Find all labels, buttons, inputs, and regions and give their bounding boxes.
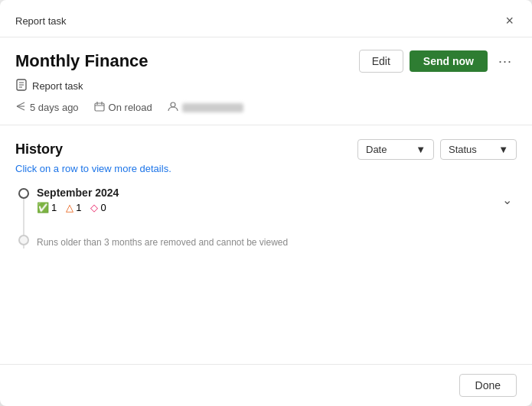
status-filter[interactable]: Status ▼ xyxy=(440,139,517,160)
old-runs-text: Runs older than 3 months are removed and… xyxy=(37,237,288,248)
modal-footer: Done xyxy=(0,364,532,406)
modal-title: Report task xyxy=(15,15,66,27)
edit-button[interactable]: Edit xyxy=(359,50,403,73)
task-type-row: Report task xyxy=(15,79,517,93)
task-name-row: Monthly Finance Edit Send now ··· xyxy=(15,50,517,73)
history-top: History Date ▼ Status ▼ xyxy=(15,139,517,160)
warning-icon: △ xyxy=(66,202,73,213)
task-actions: Edit Send now ··· xyxy=(359,50,517,73)
success-stat: ✅ 1 xyxy=(37,202,57,213)
entry-header: September 2024 ✅ 1 △ 1 xyxy=(37,187,517,213)
trigger-meta: On reload xyxy=(94,101,152,114)
task-meta-row: 5 days ago On reload xyxy=(15,101,517,114)
svg-point-11 xyxy=(171,102,175,107)
task-type-label: Report task xyxy=(32,80,83,92)
entry-expand-button[interactable]: ⌄ xyxy=(498,191,517,209)
history-filters: Date ▼ Status ▼ xyxy=(357,139,517,160)
success-icon: ✅ xyxy=(37,202,49,213)
skip-stat: ◇ 0 xyxy=(90,202,106,213)
more-options-button[interactable]: ··· xyxy=(494,50,517,73)
user-avatar-blur xyxy=(182,103,243,112)
warning-stat: △ 1 xyxy=(66,202,81,213)
report-task-modal: Report task × Monthly Finance Edit Send … xyxy=(0,0,532,406)
sent-ago-meta: 5 days ago xyxy=(15,101,79,114)
send-icon xyxy=(15,101,26,114)
entry-month: September 2024 xyxy=(37,187,119,199)
status-filter-chevron: ▼ xyxy=(498,144,508,155)
history-title: History xyxy=(15,141,63,158)
send-now-button[interactable]: Send now xyxy=(410,50,488,72)
history-timeline: September 2024 ✅ 1 △ 1 xyxy=(15,187,517,248)
svg-line-4 xyxy=(17,102,24,106)
date-filter-label: Date xyxy=(366,144,387,155)
skip-icon: ◇ xyxy=(90,202,98,213)
task-section: Monthly Finance Edit Send now ··· Report… xyxy=(0,37,532,125)
user-meta xyxy=(168,101,243,114)
entry-content: September 2024 ✅ 1 △ 1 xyxy=(37,187,119,213)
close-button[interactable]: × xyxy=(502,12,517,29)
entry-stats: ✅ 1 △ 1 ◇ 0 xyxy=(37,202,119,213)
success-count: 1 xyxy=(51,202,57,213)
task-name: Monthly Finance xyxy=(15,51,149,71)
done-button[interactable]: Done xyxy=(459,374,517,397)
timeline-dot xyxy=(18,188,29,199)
old-runs-dot xyxy=(18,235,29,245)
status-filter-label: Status xyxy=(449,144,477,155)
svg-line-5 xyxy=(17,106,24,110)
sent-ago-text: 5 days ago xyxy=(30,102,79,113)
user-icon xyxy=(168,101,178,114)
history-section: History Date ▼ Status ▼ Click on a row t… xyxy=(0,125,532,364)
warning-count: 1 xyxy=(76,202,81,213)
timeline-entry: September 2024 ✅ 1 △ 1 xyxy=(15,187,517,213)
old-runs-note: Runs older than 3 months are removed and… xyxy=(15,235,517,248)
calendar-icon xyxy=(94,101,105,114)
date-filter[interactable]: Date ▼ xyxy=(357,139,434,160)
skip-count: 0 xyxy=(100,202,106,213)
trigger-text: On reload xyxy=(109,102,152,113)
report-task-icon xyxy=(15,79,28,93)
date-filter-chevron: ▼ xyxy=(416,144,426,155)
svg-rect-7 xyxy=(95,103,104,111)
modal-header: Report task × xyxy=(0,0,532,37)
history-hint[interactable]: Click on a row to view more details. xyxy=(15,163,517,174)
